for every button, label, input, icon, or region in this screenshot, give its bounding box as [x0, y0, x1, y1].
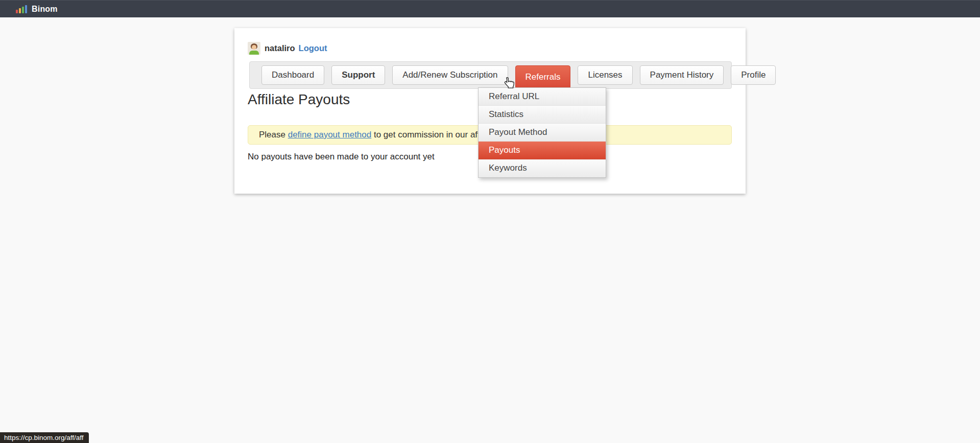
nav-add-renew-subscription[interactable]: Add/Renew Subscription	[392, 65, 508, 85]
empty-payouts-message: No payouts have been made to your accoun…	[248, 152, 435, 162]
status-url-tooltip: https://cp.binom.org/aff/aff	[0, 432, 89, 443]
username: nataliro	[265, 43, 295, 53]
binom-logo-icon	[16, 5, 27, 13]
dropdown-item-keywords[interactable]: Keywords	[479, 159, 606, 177]
user-avatar	[248, 42, 260, 55]
user-row: nataliro Logout	[248, 41, 327, 55]
logout-link[interactable]: Logout	[299, 43, 327, 53]
nav-support[interactable]: Support	[331, 65, 385, 85]
dropdown-item-payouts[interactable]: Payouts	[479, 142, 606, 159]
nav-licenses[interactable]: Licenses	[578, 65, 632, 85]
notice-text-suffix: to get commission in our affilia	[371, 130, 490, 140]
nav-dashboard[interactable]: Dashboard	[261, 65, 324, 85]
dropdown-item-payout-method[interactable]: Payout Method	[479, 124, 606, 142]
nav-profile[interactable]: Profile	[731, 65, 776, 85]
page-title: Affiliate Payouts	[248, 91, 350, 108]
nav-referrals[interactable]: Referrals	[515, 65, 571, 89]
dropdown-item-statistics[interactable]: Statistics	[479, 106, 606, 124]
top-bar: Binom	[0, 0, 980, 17]
brand-name: Binom	[32, 5, 58, 14]
main-nav: Dashboard Support Add/Renew Subscription…	[249, 61, 732, 89]
dropdown-item-referral-url[interactable]: Referral URL	[479, 88, 606, 106]
nav-payment-history[interactable]: Payment History	[640, 65, 724, 85]
referrals-dropdown-menu: Referral URL Statistics Payout Method Pa…	[478, 87, 606, 178]
define-payout-method-link[interactable]: define payout method	[288, 130, 372, 140]
notice-text-prefix: Please	[259, 130, 288, 140]
